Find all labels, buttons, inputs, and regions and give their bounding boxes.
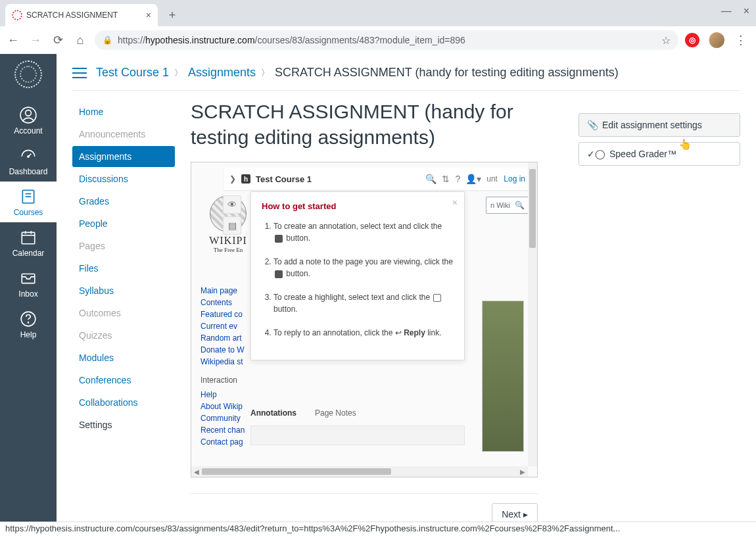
- chevron-right-icon[interactable]: ❯: [229, 174, 236, 183]
- hypothesis-tabs: Annotations Page Notes: [250, 408, 356, 420]
- breadcrumb-course[interactable]: Test Course 1: [96, 66, 169, 80]
- hypothesis-logo-icon: h: [241, 174, 250, 183]
- close-icon[interactable]: ×: [452, 197, 458, 208]
- breadcrumb-section[interactable]: Assignments: [188, 66, 256, 80]
- course-nav-item[interactable]: Quizzes: [72, 325, 175, 346]
- reply-icon: ↩: [395, 328, 402, 337]
- course-nav-item[interactable]: Conferences: [72, 370, 175, 391]
- course-nav-item[interactable]: Outcomes: [72, 303, 175, 324]
- sort-icon[interactable]: ⇅: [442, 174, 450, 184]
- nav-dashboard[interactable]: Dashboard: [0, 141, 57, 182]
- wiki-link[interactable]: Featured co: [201, 308, 245, 320]
- window-close-icon[interactable]: ×: [744, 5, 749, 17]
- annotation-placeholder: [250, 426, 465, 445]
- profile-avatar[interactable]: [709, 32, 724, 48]
- browser-menu-icon[interactable]: ⋮: [731, 33, 751, 47]
- page-title: SCRATCH ASSIGNMENT (handy for testing ed…: [191, 99, 559, 150]
- svg-point-1: [26, 110, 32, 116]
- reload-button[interactable]: ⟳: [50, 32, 66, 48]
- dashboard-icon: [20, 147, 37, 164]
- edit-assignment-button[interactable]: 📎 Edit assignment settings: [579, 113, 740, 137]
- help-icon: [20, 310, 37, 328]
- course-nav-item[interactable]: Collaborations: [72, 392, 175, 413]
- chevron-right-icon: ▸: [523, 509, 528, 520]
- course-nav-item[interactable]: People: [72, 213, 175, 234]
- course-nav-item[interactable]: Home: [72, 101, 175, 122]
- svg-rect-6: [22, 232, 35, 243]
- wiki-link[interactable]: Community: [201, 412, 245, 424]
- forward-button[interactable]: →: [28, 32, 43, 48]
- help-title: How to get started: [262, 201, 454, 211]
- wiki-sidebar-links: Main pageContentsFeatured coCurrent evRa…: [201, 285, 245, 448]
- breadcrumb-current: SCRATCH ASSIGNMENT (handy for testing ed…: [275, 66, 619, 80]
- tab-title: SCRATCH ASSIGNMENT: [26, 11, 142, 20]
- course-nav-item[interactable]: Discussions: [72, 168, 175, 189]
- bookmark-star-icon[interactable]: ☆: [661, 34, 671, 47]
- wiki-link[interactable]: Donate to W: [201, 344, 245, 356]
- wiki-link[interactable]: Recent chan: [201, 424, 245, 436]
- inbox-icon: [20, 270, 37, 287]
- lti-iframe: ❯ h Test Course 1 🔍 ⇅ ? 👤▾ unt: [191, 162, 538, 477]
- nav-help[interactable]: Help: [0, 304, 57, 345]
- hypothesis-account: unt Log in: [486, 174, 525, 183]
- speedgrader-button[interactable]: ✓◯ Speed Grader™: [579, 142, 740, 166]
- help-toggle-icon[interactable]: ?: [455, 174, 460, 184]
- window-minimize-icon[interactable]: —: [721, 5, 732, 17]
- wiki-link[interactable]: Contact pag: [201, 436, 245, 448]
- course-nav-item[interactable]: Grades: [72, 191, 175, 212]
- scrollbar-horizontal[interactable]: ◀ ▶: [191, 466, 528, 477]
- search-icon[interactable]: 🔍: [425, 174, 437, 184]
- extension-icon[interactable]: ◎: [685, 33, 699, 47]
- wiki-link[interactable]: Help: [201, 389, 245, 401]
- url-text: https://hypothesis.instructure.com/cours…: [118, 35, 656, 45]
- tab-page-notes[interactable]: Page Notes: [315, 408, 356, 420]
- nav-calendar[interactable]: Calendar: [0, 222, 57, 263]
- wiki-link[interactable]: Random art: [201, 332, 245, 344]
- browser-tab[interactable]: SCRATCH ASSIGNMENT ×: [5, 4, 158, 26]
- course-nav-item[interactable]: Settings: [72, 414, 175, 435]
- wiki-link[interactable]: Wikipedia st: [201, 356, 245, 368]
- home-button[interactable]: ⌂: [72, 32, 88, 48]
- wiki-link[interactable]: Main page: [201, 285, 245, 297]
- note-icon[interactable]: ▤: [223, 216, 241, 235]
- annotate-icon: [275, 235, 283, 243]
- courses-icon: [20, 188, 37, 205]
- nav-courses[interactable]: Courses: [0, 182, 57, 222]
- scroll-left-icon[interactable]: ◀: [191, 468, 202, 475]
- login-link[interactable]: Log in: [504, 174, 525, 183]
- calendar-icon: [20, 229, 37, 246]
- course-nav-item[interactable]: Announcements: [72, 124, 175, 145]
- nav-inbox[interactable]: Inbox: [0, 263, 57, 304]
- canvas-logo-icon[interactable]: [14, 61, 42, 88]
- scroll-right-icon[interactable]: ▶: [517, 468, 528, 475]
- visibility-icon[interactable]: 👁: [223, 195, 241, 214]
- chevron-right-icon: 〉: [261, 67, 270, 79]
- new-tab-button[interactable]: +: [163, 6, 181, 24]
- wiki-search[interactable]: n Wiki 🔍: [486, 197, 529, 214]
- speedgrader-icon: ✓◯: [587, 149, 605, 159]
- wiki-link[interactable]: Contents: [201, 297, 245, 308]
- course-nav-item[interactable]: Syllabus: [72, 280, 175, 301]
- hypothesis-group[interactable]: Test Course 1: [256, 174, 420, 184]
- course-nav-item[interactable]: Modules: [72, 347, 175, 368]
- paperclip-icon: 📎: [587, 120, 598, 130]
- wiki-link[interactable]: Current ev: [201, 320, 245, 332]
- search-icon[interactable]: 🔍: [515, 201, 525, 210]
- back-button[interactable]: ←: [5, 32, 21, 48]
- user-icon[interactable]: 👤▾: [465, 174, 481, 184]
- scrollbar-vertical[interactable]: [528, 162, 537, 466]
- tab-close-icon[interactable]: ×: [146, 10, 151, 20]
- svg-point-12: [28, 322, 28, 323]
- address-bar[interactable]: 🔒 https://hypothesis.instructure.com/cou…: [95, 30, 678, 50]
- course-nav-item[interactable]: Files: [72, 258, 175, 279]
- course-menu-toggle[interactable]: [72, 68, 87, 78]
- wiki-link[interactable]: About Wikip: [201, 401, 245, 412]
- help-step: To add a note to the page you are viewin…: [273, 256, 454, 280]
- lock-icon: 🔒: [103, 36, 112, 45]
- course-nav-item[interactable]: Pages: [72, 235, 175, 256]
- tab-annotations[interactable]: Annotations: [250, 408, 296, 420]
- nav-account[interactable]: Account: [0, 100, 57, 141]
- course-nav-item[interactable]: Assignments: [72, 146, 175, 167]
- course-nav: HomeAnnouncementsAssignmentsDiscussionsG…: [72, 91, 175, 536]
- getting-started-card: × How to get started To create an annota…: [250, 191, 465, 360]
